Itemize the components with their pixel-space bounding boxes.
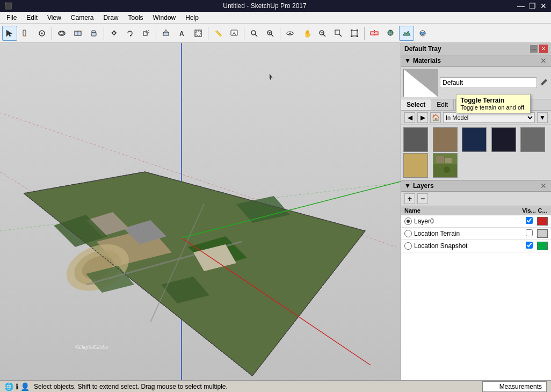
snapshot-checkbox[interactable] — [526, 242, 533, 249]
home-button[interactable]: 🏠 — [430, 112, 441, 123]
tool-geo2[interactable] — [399, 26, 414, 41]
tool-rotate[interactable] — [122, 26, 137, 41]
svg-rect-37 — [352, 31, 357, 36]
geo-status-icon[interactable]: 🌐 — [4, 382, 13, 391]
info-status-icon[interactable]: ℹ — [16, 382, 18, 391]
tool-select[interactable] — [2, 26, 17, 41]
svg-text:✋: ✋ — [303, 29, 310, 38]
materials-arrow-icon: ▼ — [404, 57, 411, 64]
snapshot-visibility[interactable] — [521, 242, 537, 250]
layers-section-header[interactable]: ▼ Layers ✕ — [401, 180, 551, 192]
tool-geo1[interactable] — [383, 26, 398, 41]
tool-move[interactable]: ✥ — [106, 26, 121, 41]
layer0-radio[interactable] — [404, 217, 412, 225]
svg-line-36 — [339, 34, 342, 37]
tool-text[interactable]: A — [227, 26, 242, 41]
tool-pushpull[interactable] — [158, 26, 173, 41]
material-swatch-3[interactable] — [462, 127, 487, 152]
material-swatch-6[interactable] — [403, 153, 428, 178]
terrain-radio[interactable] — [404, 230, 412, 237]
layers-toolbar: + − — [401, 192, 551, 206]
menu-window[interactable]: Window — [149, 13, 180, 23]
snapshot-color[interactable] — [537, 242, 548, 250]
menu-camera[interactable]: Camera — [67, 13, 98, 23]
edit-material-icon[interactable] — [539, 77, 549, 89]
menu-draw[interactable]: Draw — [99, 13, 123, 23]
tray-minimize-button[interactable]: — — [530, 45, 538, 53]
status-bar: 🌐 ℹ 👤 Select objects. Shift to extend se… — [0, 380, 551, 392]
maximize-button[interactable]: ❐ — [529, 2, 536, 10]
tool-pencil[interactable] — [18, 26, 33, 41]
minimize-button[interactable]: — — [517, 2, 525, 10]
tool-zoomextents[interactable] — [347, 26, 362, 41]
tool-zoom-in[interactable] — [263, 26, 278, 41]
tool-geo3[interactable] — [415, 26, 430, 41]
svg-line-24 — [255, 34, 257, 37]
measurements-label: Measurements — [499, 383, 542, 390]
tool-sectionplane[interactable] — [367, 26, 382, 41]
svg-line-26 — [271, 34, 273, 37]
tool-eraser[interactable] — [54, 26, 69, 41]
tool-paint[interactable] — [86, 26, 102, 41]
nav-forward-button[interactable]: ▶ — [417, 112, 428, 123]
tool-zoom[interactable] — [315, 26, 330, 41]
svg-point-76 — [444, 166, 450, 173]
svg-marker-60 — [236, 196, 290, 223]
svg-point-3 — [41, 32, 43, 34]
material-swatch-7[interactable] — [433, 153, 458, 178]
menu-help[interactable]: Help — [181, 13, 203, 23]
materials-close-button[interactable]: ✕ — [539, 57, 548, 64]
materials-section: ▼ Materials ✕ — [401, 55, 551, 180]
tool-offset[interactable] — [191, 26, 206, 41]
terrain-visibility[interactable] — [521, 229, 537, 238]
tool-orbit[interactable] — [282, 26, 298, 41]
toolbar-separator-4 — [208, 27, 208, 40]
svg-line-69 — [182, 238, 371, 365]
measurements-box: Measurements — [482, 381, 547, 392]
model-dropdown[interactable]: In Model — [443, 112, 535, 123]
layer0-color[interactable] — [537, 217, 548, 226]
tool-circle[interactable] — [70, 26, 85, 41]
remove-layer-button[interactable]: − — [417, 193, 428, 204]
material-swatch-4[interactable] — [491, 127, 516, 152]
details-button[interactable]: ▼ — [537, 112, 548, 123]
tool-pan[interactable]: ✋ — [299, 26, 314, 41]
tool-brush[interactable] — [34, 26, 49, 41]
material-swatch-1[interactable] — [403, 127, 428, 152]
title-bar: ⬛ Untitled - SketchUp Pro 2017 — ❐ ✕ — [0, 0, 551, 12]
snapshot-radio[interactable] — [404, 242, 412, 250]
material-swatch-5[interactable] — [520, 127, 545, 152]
col-color-header: C... — [537, 207, 548, 214]
tool-zoomwindow[interactable] — [331, 26, 346, 41]
nav-back-button[interactable]: ◀ — [404, 112, 415, 123]
svg-line-48 — [0, 113, 396, 247]
terrain-color[interactable] — [537, 229, 548, 238]
toolbar: ✥ A 📏 A ✋ — [0, 24, 551, 43]
tool-scale[interactable] — [139, 26, 154, 41]
layers-section-title: Layers — [413, 182, 434, 190]
tab-edit[interactable]: Edit — [431, 99, 454, 110]
layer0-visibility[interactable] — [521, 217, 537, 226]
tab-select[interactable]: Select — [401, 99, 431, 110]
tool-followme[interactable]: A — [175, 26, 190, 41]
person-status-icon[interactable]: 👤 — [20, 382, 30, 391]
tray-close-button[interactable]: ✕ — [539, 45, 548, 53]
materials-section-header[interactable]: ▼ Materials ✕ — [401, 55, 551, 67]
close-button[interactable]: ✕ — [540, 2, 547, 10]
add-layer-button[interactable]: + — [404, 193, 415, 204]
layers-close-button[interactable]: ✕ — [539, 182, 548, 190]
svg-marker-65 — [193, 244, 236, 271]
menu-tools[interactable]: Tools — [124, 13, 148, 23]
menu-file[interactable]: File — [2, 13, 21, 23]
menu-edit[interactable]: Edit — [22, 13, 42, 23]
menu-view[interactable]: View — [43, 13, 66, 23]
material-swatch-2[interactable] — [433, 127, 458, 152]
viewport[interactable]: ©DigitalGlobe — [0, 43, 401, 380]
tool-tape[interactable]: 📏 — [211, 26, 226, 41]
tool-search[interactable] — [247, 26, 262, 41]
material-name-input[interactable] — [440, 77, 537, 88]
layer0-checkbox[interactable] — [526, 217, 533, 224]
svg-line-49 — [0, 172, 215, 306]
terrain-checkbox[interactable] — [526, 229, 533, 236]
svg-rect-73 — [436, 156, 444, 163]
